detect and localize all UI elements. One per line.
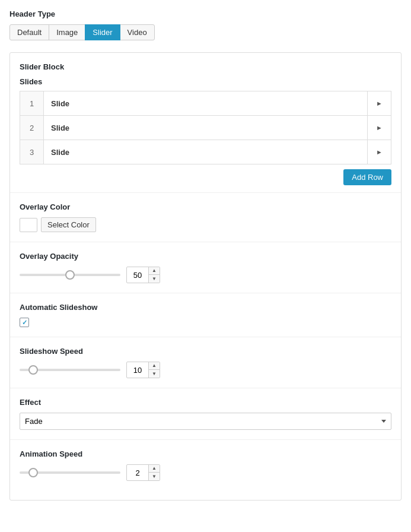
color-swatch[interactable] (20, 218, 37, 232)
slideshow-speed-input-group: ▲ ▼ (126, 362, 160, 378)
animation-speed-row: ▲ ▼ (20, 464, 391, 481)
animation-speed-section: Animation Speed ▲ ▼ (10, 439, 401, 490)
slideshow-speed-slider[interactable] (20, 369, 120, 371)
add-row-container: Add Row (20, 169, 391, 185)
btn-video[interactable]: Video (120, 24, 155, 40)
slideshow-speed-up[interactable]: ▲ (149, 362, 160, 370)
table-row: 3 Slide ► (20, 140, 391, 164)
animation-speed-up[interactable]: ▲ (149, 465, 160, 473)
overlay-opacity-down[interactable]: ▼ (149, 275, 160, 283)
btn-slider[interactable]: Slider (85, 24, 120, 40)
automatic-slideshow-section: Automatic Slideshow (10, 293, 401, 337)
btn-image[interactable]: Image (49, 24, 85, 40)
automatic-slideshow-checkbox[interactable] (20, 318, 29, 327)
overlay-opacity-spinner: ▲ ▼ (148, 267, 160, 283)
slide-expand-2[interactable]: ► (367, 116, 391, 140)
overlay-opacity-up[interactable]: ▲ (149, 267, 160, 275)
color-picker-row: Select Color (20, 217, 391, 232)
slideshow-speed-down[interactable]: ▼ (149, 370, 160, 378)
overlay-color-section: Overlay Color Select Color (10, 192, 401, 242)
animation-speed-input-group: ▲ ▼ (126, 464, 160, 481)
slideshow-speed-label: Slideshow Speed (20, 347, 391, 356)
animation-speed-label: Animation Speed (20, 449, 391, 458)
header-type-label: Header Type (9, 10, 402, 18)
slide-num-1: 1 (20, 91, 44, 115)
slide-expand-1[interactable]: ► (367, 91, 391, 115)
animation-speed-slider[interactable] (20, 471, 120, 474)
slide-num-3: 3 (20, 140, 44, 164)
animation-speed-input[interactable] (127, 467, 148, 479)
overlay-opacity-input[interactable] (127, 269, 148, 281)
select-color-button[interactable]: Select Color (41, 217, 96, 232)
overlay-color-label: Overlay Color (20, 202, 391, 211)
overlay-opacity-row: ▲ ▼ (20, 267, 391, 283)
effect-label: Effect (20, 398, 391, 407)
automatic-slideshow-row (20, 318, 391, 327)
slider-block-section: Slider Block Slides 1 Slide ► 2 Slide ► … (9, 52, 402, 501)
slideshow-speed-input[interactable] (127, 364, 148, 376)
table-row: 1 Slide ► (20, 91, 391, 116)
animation-speed-spinner: ▲ ▼ (148, 465, 160, 480)
btn-default[interactable]: Default (9, 24, 49, 40)
header-type-button-group: Default Image Slider Video (9, 24, 402, 40)
slideshow-speed-section: Slideshow Speed ▲ ▼ (10, 337, 401, 388)
overlay-opacity-label: Overlay Opacity (20, 252, 391, 261)
slides-table: 1 Slide ► 2 Slide ► 3 Slide ► (20, 91, 391, 164)
header-type-section: Header Type Default Image Slider Video (9, 10, 402, 40)
overlay-opacity-section: Overlay Opacity ▲ ▼ (10, 242, 401, 293)
slide-expand-3[interactable]: ► (367, 140, 391, 164)
slide-label-3: Slide (44, 142, 367, 163)
effect-select[interactable]: Fade Slide Zoom (20, 413, 391, 430)
animation-speed-down[interactable]: ▼ (149, 473, 160, 480)
slides-container: Slides 1 Slide ► 2 Slide ► 3 Slide ► (20, 77, 391, 185)
overlay-opacity-input-group: ▲ ▼ (126, 267, 160, 283)
slide-num-2: 2 (20, 116, 44, 140)
automatic-slideshow-label: Automatic Slideshow (20, 303, 391, 312)
effect-section: Effect Fade Slide Zoom (10, 388, 401, 439)
table-row: 2 Slide ► (20, 116, 391, 140)
slideshow-speed-row: ▲ ▼ (20, 362, 391, 378)
slides-label: Slides (20, 77, 391, 86)
add-row-button[interactable]: Add Row (343, 169, 391, 185)
slideshow-speed-spinner: ▲ ▼ (148, 362, 160, 378)
slide-label-2: Slide (44, 118, 367, 138)
overlay-opacity-slider[interactable] (20, 274, 120, 276)
slide-label-1: Slide (44, 93, 367, 114)
slider-block-label: Slider Block (20, 62, 391, 71)
